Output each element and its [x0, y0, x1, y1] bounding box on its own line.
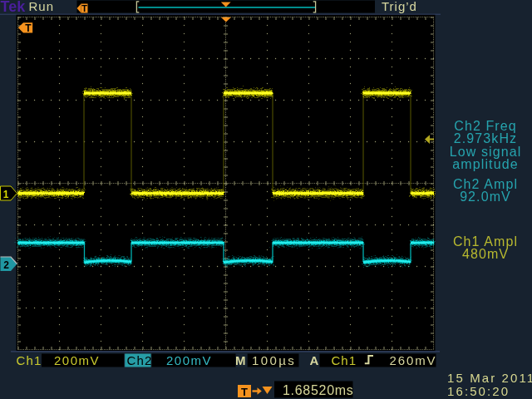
svg-text:200mV: 200mV: [54, 353, 100, 367]
svg-text:2: 2: [3, 259, 9, 271]
svg-text:100µs: 100µs: [252, 353, 296, 367]
svg-text:480mV: 480mV: [462, 247, 509, 261]
svg-text:amplitude: amplitude: [452, 157, 518, 171]
svg-text:Low signal: Low signal: [450, 145, 522, 159]
svg-text:T: T: [81, 3, 87, 13]
svg-text:1.68520ms: 1.68520ms: [283, 383, 353, 397]
svg-text:200mV: 200mV: [166, 353, 212, 367]
svg-text:Run: Run: [29, 0, 55, 13]
svg-text:Trig’d: Trig’d: [382, 0, 417, 13]
svg-text:Ch1: Ch1: [16, 353, 42, 367]
svg-text:A: A: [310, 353, 319, 367]
svg-text:1: 1: [3, 189, 9, 200]
svg-text:Ch1 Ampl: Ch1 Ampl: [453, 234, 518, 249]
svg-text:M: M: [235, 353, 246, 367]
svg-text:T: T: [25, 22, 32, 34]
svg-text:15 Mar 2011: 15 Mar 2011: [447, 371, 532, 385]
svg-text:T: T: [241, 386, 248, 398]
svg-text:Ch1: Ch1: [332, 353, 357, 367]
svg-text:92.0mV: 92.0mV: [460, 190, 511, 204]
svg-text:Tek: Tek: [1, 0, 27, 15]
svg-text:260mV: 260mV: [390, 353, 437, 367]
svg-text:Ch2 Ampl: Ch2 Ampl: [453, 177, 518, 191]
svg-text:Ch2 Freq: Ch2 Freq: [454, 119, 517, 133]
svg-text:16:50:20: 16:50:20: [447, 384, 510, 398]
svg-text:2.973kHz: 2.973kHz: [454, 131, 517, 145]
svg-text:Ch2: Ch2: [127, 353, 153, 367]
